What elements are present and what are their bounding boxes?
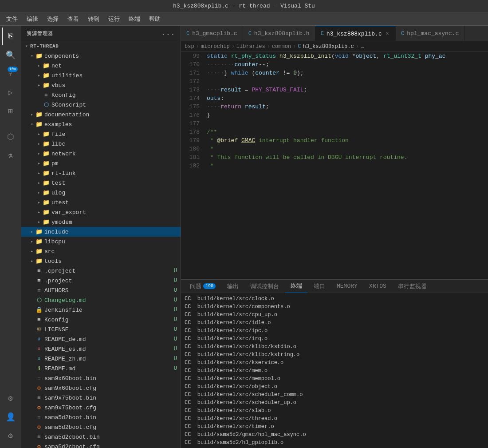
tree-item-include[interactable]: ▸ 📁 include xyxy=(21,227,181,237)
tree-item[interactable]: ▸ 📁 tools xyxy=(21,256,181,266)
panel-tab-output[interactable]: 输出 xyxy=(222,280,244,293)
tab-h3-gmacplib[interactable]: C h3_gmacplib.c xyxy=(181,26,243,41)
tree-item[interactable]: ▾ 📁 examples xyxy=(21,119,181,129)
tree-item[interactable]: ▸ 📁 net xyxy=(21,61,181,71)
folder-icon: 📁 xyxy=(43,209,50,216)
panel-tab-debug-console[interactable]: 调试控制台 xyxy=(245,280,284,293)
account-activity[interactable]: 👤 xyxy=(2,408,20,426)
search-activity[interactable]: 🔍 xyxy=(2,46,20,64)
file-icon: ≡ xyxy=(35,278,43,284)
titlebar: h3_ksz808xplib.c — rt-thread — Visual St… xyxy=(0,0,488,12)
code-content[interactable]: static rt_phy_status h3_kszplib_init(voi… xyxy=(203,52,488,279)
explorer-activity[interactable]: ⎘ xyxy=(2,28,20,45)
tree-item[interactable]: ▸ © LICENSE U xyxy=(21,325,181,334)
terminal-content[interactable]: CC build/kernel/src/clock.o CC build/ker… xyxy=(181,293,488,448)
panel-tab-serial-monitor[interactable]: 串行监视器 xyxy=(393,280,432,293)
item-label: LICENSE xyxy=(44,326,174,333)
tab-label: XRTOS xyxy=(369,283,386,289)
tree-item[interactable]: ▸ ≡ AUTHORS U xyxy=(21,285,181,295)
breadcrumb-microchip[interactable]: microchip xyxy=(201,44,230,50)
file-badge: U xyxy=(174,297,177,303)
tree-item[interactable]: ▸ ⚙ sam9x75boot.cfg xyxy=(21,403,181,412)
tree-item[interactable]: ▸ ≡ sam9x75boot.bin xyxy=(21,393,181,403)
tree-item[interactable]: ▸ 📁 utilities xyxy=(21,71,181,80)
tree-item[interactable]: ▸ 📁 file xyxy=(21,129,181,139)
tab-h3-ksz808xplib-h[interactable]: C h3_ksz808xplib.h xyxy=(243,26,315,41)
menu-item-终端[interactable]: 终端 xyxy=(124,13,145,25)
breadcrumb-bsp[interactable]: bsp xyxy=(185,44,194,50)
menu-item-文件[interactable]: 文件 xyxy=(2,13,22,25)
tab-close-button[interactable]: × xyxy=(385,30,390,37)
breadcrumb-file[interactable]: h3_ksz808xplib.c xyxy=(303,44,354,50)
test-activity[interactable]: ⚗ xyxy=(2,147,20,164)
breadcrumb-more[interactable]: … xyxy=(361,44,364,50)
settings-activity[interactable]: ⚙ xyxy=(2,389,20,407)
tree-item[interactable]: ▸ ≡ Kconfig xyxy=(21,90,181,100)
breadcrumb-common[interactable]: common xyxy=(272,44,291,50)
terminal-line: CC build/kernel/src/clock.o xyxy=(185,295,484,303)
menu-item-转到[interactable]: 转到 xyxy=(83,13,104,25)
run-activity[interactable]: ▷ xyxy=(2,83,20,101)
menu-item-运行[interactable]: 运行 xyxy=(104,13,124,25)
panel-tab-terminal[interactable]: 终端 xyxy=(285,280,307,293)
panel-tab-memory[interactable]: MEMORY xyxy=(331,280,363,293)
tree-item[interactable]: ▸ ≡ sama5d2cboot.bin xyxy=(21,432,181,442)
file-icon: ⬇ xyxy=(35,355,43,362)
tree-item[interactable]: ▸ ≡ sam9x60boot.bin xyxy=(21,373,181,383)
tree-item[interactable]: ▸ ≡ Kconfig U xyxy=(21,315,181,325)
menu-item-查看[interactable]: 查看 xyxy=(63,13,83,25)
item-label: ymodem xyxy=(51,219,181,226)
tree-item[interactable]: ▸ ⚙ sama5d2boot.cfg xyxy=(21,422,181,432)
source-control-activity[interactable]: ⑂ 10x xyxy=(2,65,20,83)
sidebar-more-button[interactable]: ... xyxy=(161,29,175,37)
tree-item[interactable]: ▸ ⬇ README_zh.md U xyxy=(21,354,181,364)
c-file-icon: C xyxy=(401,31,404,37)
tree-item[interactable]: ▸ 📁 network xyxy=(21,149,181,159)
tree-item[interactable]: ▸ 📁 ymodem xyxy=(21,217,181,227)
tree-item[interactable]: ▸ ℹ README.md U xyxy=(21,364,181,373)
tree-item[interactable]: ▸ 📁 rt-link xyxy=(21,168,181,178)
menu-item-编辑[interactable]: 编辑 xyxy=(22,13,43,25)
tree-item[interactable]: ▸ 📁 libcpu xyxy=(21,237,181,246)
tree-item[interactable]: ▸ 📁 libc xyxy=(21,139,181,149)
tree-item[interactable]: ▸ 📁 pm xyxy=(21,159,181,168)
extensions-activity[interactable]: ⊞ xyxy=(2,102,20,120)
tree-item[interactable]: ▸ ⬇ README_de.md U xyxy=(21,334,181,344)
tree-item[interactable]: ▸ 📁 src xyxy=(21,246,181,256)
menu-item-选择[interactable]: 选择 xyxy=(43,13,63,25)
tree-item[interactable]: ▸ 📁 var_export xyxy=(21,207,181,217)
tree-item[interactable]: ▸ ≡ .project U xyxy=(21,276,181,285)
menu-item-帮助[interactable]: 帮助 xyxy=(145,13,165,25)
remote-activity[interactable]: ⬡ xyxy=(2,128,20,146)
tree-item[interactable]: ▸ ⚙ sam9x60boot.cfg xyxy=(21,383,181,393)
file-icon: ≡ xyxy=(43,92,50,99)
breadcrumb-libraries[interactable]: libraries xyxy=(236,44,265,50)
sidebar-header: 资源管理器 ... xyxy=(21,26,181,41)
file-icon: ≡ xyxy=(35,414,43,421)
file-badge: U xyxy=(174,365,177,372)
tree-root[interactable]: ▾ RT-THREAD xyxy=(21,41,181,51)
tree-item[interactable]: ▸ 📁 ulog xyxy=(21,188,181,198)
tree-item[interactable]: ▸ 📁 vbus xyxy=(21,80,181,90)
item-label: ulog xyxy=(51,190,181,196)
panel-tab-xrtos[interactable]: XRTOS xyxy=(364,280,392,293)
tree-item[interactable]: ▸ 📁 test xyxy=(21,178,181,188)
tab-hpl-mac-async[interactable]: C hpl_mac_async.c xyxy=(396,26,464,41)
tree-item[interactable]: ▸ 📁 documentation xyxy=(21,110,181,119)
tree-item[interactable]: ▸ ⬡ SConscript xyxy=(21,100,181,110)
tree-item[interactable]: ▸ ≡ .cproject U xyxy=(21,266,181,276)
panel-tab-ports[interactable]: 端口 xyxy=(308,280,331,293)
tree-item[interactable]: ▸ ⚙ sama5d2cboot.cfg xyxy=(21,442,181,448)
panel-tab-problems[interactable]: 问题 190 xyxy=(185,280,221,293)
tree-item[interactable]: ▸ 🔒 Jenkinsfile U xyxy=(21,305,181,315)
tree-item[interactable]: ▸ 📁 utest xyxy=(21,198,181,207)
tree-item[interactable]: ▾ 📁 components xyxy=(21,51,181,61)
item-label: network xyxy=(51,151,181,157)
tree-item[interactable]: ▸ ≡ sama5d2boot.bin xyxy=(21,412,181,422)
tree-item[interactable]: ▸ ⬇ README_es.md U xyxy=(21,344,181,354)
root-chevron: ▾ xyxy=(23,44,30,49)
gear-activity[interactable]: ⚙ xyxy=(2,427,20,444)
tab-h3-ksz808xplib-c[interactable]: C h3_ksz808xplib.c × xyxy=(315,26,396,41)
item-label: sama5d2boot.bin xyxy=(44,414,181,421)
tree-item[interactable]: ▸ ⬡ ChangeLog.md U xyxy=(21,295,181,305)
